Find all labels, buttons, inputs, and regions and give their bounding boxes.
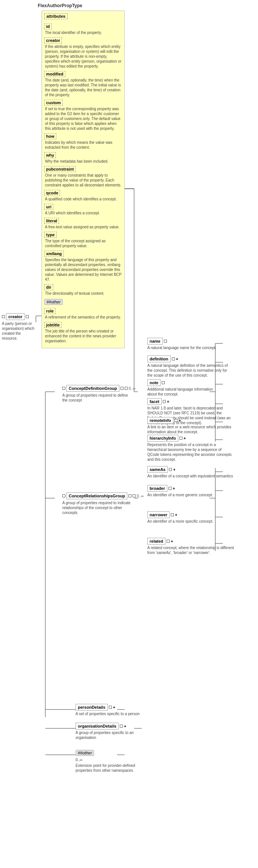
right-item-remoteInfo: remoteInfo + A link to an item or a web …	[147, 417, 234, 434]
def-square	[172, 357, 175, 360]
facet-plus: +	[167, 399, 169, 404]
sameas-label: sameAs	[147, 466, 168, 473]
name-label: name	[147, 338, 163, 345]
crg-right-square	[128, 494, 131, 497]
name-square	[164, 340, 167, 343]
related-label: related	[147, 538, 165, 545]
any-other-label: ##other	[76, 750, 94, 756]
attr-role: role A refinement of the semantics of th…	[44, 308, 122, 320]
attr-modified: modified The date (and, optionally, the …	[44, 71, 122, 97]
right-item-hierarchyInfo: hierarchyInfo + Represents the position …	[147, 435, 234, 462]
facet-square	[163, 400, 166, 403]
creator-connector-square	[2, 315, 5, 318]
attr-how: how Indicates by which means the value w…	[44, 133, 122, 150]
broader-plus: +	[173, 486, 175, 491]
def-plus: +	[176, 357, 178, 361]
concept-rel-label: ConceptRelationshipsGroup	[66, 492, 127, 499]
right-item-narrower: narrower + An identifier of a more speci…	[147, 511, 213, 524]
broader-desc: An identifier of a more generic concept.	[147, 492, 213, 497]
attributes-section: attributes id The local identifier of th…	[42, 11, 125, 348]
note-label: note	[147, 379, 161, 386]
person-desc: A set of properties specific to a person	[76, 711, 140, 716]
attr-literal: literal A free-text value assigned as pr…	[44, 218, 122, 229]
org-details-label: organisationDetails	[76, 723, 119, 729]
cdg-left-square	[62, 387, 65, 390]
attributes-title-row: attributes	[44, 13, 122, 22]
person-details-label: personDetails	[76, 704, 108, 711]
crg-right-square2	[133, 494, 136, 497]
org-desc: A group of properties specific to an org…	[76, 730, 151, 740]
narrower-label: narrower	[147, 511, 170, 518]
attr-type: type The type of the concept assigned as…	[44, 232, 122, 248]
concept-def-group: ConceptDefinitionGroup 0..∞ A group of p…	[62, 385, 136, 403]
org-plus: +	[124, 724, 126, 728]
note-square	[162, 381, 165, 384]
person-plus: +	[113, 705, 115, 709]
right-item-name: name A natural language name for the con…	[147, 338, 216, 350]
hierarchyinfo-square	[179, 437, 182, 440]
creator-section: creator A party (person or organisation)…	[2, 313, 36, 341]
narrower-desc: An identifier of a more specific concept…	[147, 519, 213, 524]
broader-square	[168, 487, 171, 490]
any-other-multiplicity: 0..∞	[76, 758, 82, 762]
person-square	[109, 706, 112, 709]
note-desc: Additional natural language information …	[147, 387, 223, 397]
concept-def-label: ConceptDefinitionGroup	[66, 385, 119, 392]
creator-right-square	[26, 315, 29, 318]
narrower-square	[171, 513, 174, 516]
attr-id: id The local identifier of the property.	[44, 23, 122, 35]
attr-uri: uri A URI which identifies a concept.	[44, 204, 122, 215]
narrower-plus: +	[175, 512, 177, 517]
right-item-definition: definition + A natural language definiti…	[147, 356, 230, 378]
main-container: FlexAuthorPropType attributes id The loc…	[0, 0, 258, 8]
cdg-multiplicity: 0..∞	[129, 386, 136, 391]
cdg-right-square	[121, 387, 124, 390]
any-other-desc: Extension point for provider-defined pro…	[76, 763, 151, 773]
attr-dir: dir The directionality of textual conten…	[44, 284, 122, 296]
related-square	[167, 540, 170, 543]
creator-label: creator	[6, 313, 25, 320]
org-square	[120, 725, 123, 728]
crg-left-square	[62, 494, 65, 497]
attr-creator: creator If the attribute is empty, speci…	[44, 37, 122, 69]
concept-rel-group: ConceptRelationshipsGroup 0..∞ A group o…	[62, 492, 144, 515]
attr-pubconstraint: pubconstraint One or many constraints th…	[44, 166, 122, 188]
hierarchyinfo-desc: Represents the position of a concept in …	[147, 442, 234, 462]
person-details-section: personDetails + A set of properties spec…	[76, 704, 140, 716]
attr-xmllang: xmllang Specifies the language of this p…	[44, 251, 122, 282]
attr-qcode: qcode A qualified code which identifies …	[44, 190, 122, 202]
sameas-desc: An identifier of a concept with equivale…	[147, 474, 233, 479]
right-item-related: related + A related concept, where the r…	[147, 538, 234, 555]
any-other-bottom: ##other 0..∞ Extension point for provide…	[76, 749, 151, 773]
definition-label: definition	[147, 356, 171, 362]
attr-any-other: ##other	[44, 298, 122, 306]
right-item-note: note Additional natural language informa…	[147, 379, 223, 397]
attributes-label: attributes	[44, 13, 68, 19]
right-item-sameAs: sameAs + An identifier of a concept with…	[147, 466, 233, 479]
creator-desc: A party (person or organisation) which c…	[2, 321, 36, 341]
attr-jobtitle: jobtitle The job title of the person who…	[44, 322, 122, 343]
broader-label: broader	[147, 485, 167, 492]
remoteinfo-desc: A link to an item or a web resource whic…	[147, 425, 234, 434]
cdg-right-square2	[125, 387, 128, 390]
crg-multiplicity: 0..∞	[137, 494, 144, 498]
definition-desc: A natural language definition of the sem…	[147, 363, 230, 378]
right-item-broader: broader + An identifier of a more generi…	[147, 485, 213, 497]
sameas-plus: +	[173, 467, 175, 472]
remoteinfo-square	[175, 419, 178, 422]
hierarchyinfo-label: hierarchyInfo	[147, 435, 178, 442]
attr-why: why Why the metadata has been included.	[44, 152, 122, 164]
related-plus: +	[171, 539, 173, 543]
attr-custom: custom If set to true the corresponding …	[44, 100, 122, 131]
hierarchyinfo-plus: +	[184, 436, 186, 440]
name-desc: A natural language name for the concept.	[147, 345, 216, 350]
cdg-desc: A group of properties required to define…	[62, 393, 134, 403]
related-desc: A related concept, where the relationshi…	[147, 545, 234, 555]
page-title: FlexAuthorPropType	[38, 3, 82, 8]
remoteinfo-label: remoteInfo	[147, 417, 173, 424]
crg-desc: A group of properties required to indica…	[62, 500, 134, 515]
sameas-square	[169, 468, 172, 471]
remoteinfo-plus: +	[179, 418, 181, 423]
org-details-section: organisationDetails + A group of propert…	[76, 723, 151, 740]
facet-label: facet	[147, 398, 162, 405]
